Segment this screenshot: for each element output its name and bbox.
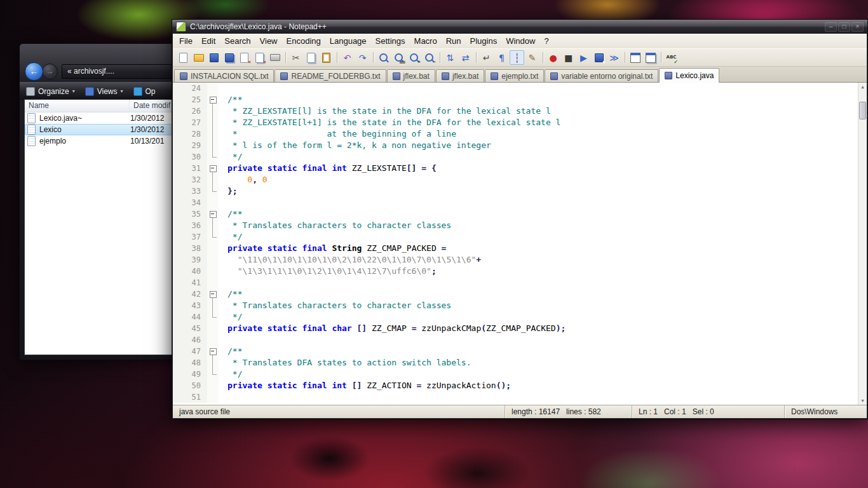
save-file-button[interactable] (207, 50, 221, 65)
code-line-24[interactable]: 24 (173, 83, 867, 94)
code-line-37[interactable]: 37 */ (173, 231, 867, 243)
code-line-34[interactable]: 34 (173, 197, 867, 208)
show-all-characters-button[interactable]: ¶ (494, 50, 509, 65)
menu-encoding[interactable]: Encoding (282, 34, 325, 48)
menu-plugins[interactable]: Plugins (466, 34, 502, 48)
close-file-button[interactable]: × (237, 50, 252, 65)
code-line-29[interactable]: 29 * l is of the form l = 2*k, k a non n… (173, 140, 867, 151)
notepadpp-titlebar[interactable]: C:\archivosjflex\Lexico.java - Notepad++… (172, 20, 867, 34)
stop-macro-button[interactable]: ■ (561, 50, 576, 65)
minimize-button[interactable]: – (825, 22, 837, 32)
code-line-50[interactable]: 50private static final int [] ZZ_ACTION … (173, 380, 867, 391)
code-line-28[interactable]: 28 * at the beginning of a line (173, 128, 867, 140)
code-line-31[interactable]: 31private static final int ZZ_LEXSTATE[]… (173, 163, 867, 174)
code-line-40[interactable]: 40 "\1\3\1\1\1\0\1\2\1\0\1\4\12\7\uffc6\… (173, 266, 867, 277)
tab-lexico-java[interactable]: Lexico.java (659, 68, 719, 83)
replace-button[interactable]: ab (391, 50, 406, 65)
menu-help[interactable]: ? (539, 34, 553, 48)
code-line-38[interactable]: 38private static final String ZZ_CMAP_PA… (173, 243, 867, 254)
code-line-39[interactable]: 39 "\11\0\1\10\1\10\1\0\2\10\22\0\1\10\7… (173, 254, 867, 266)
fold-margin (207, 83, 219, 94)
code-line-41[interactable]: 41 (173, 277, 867, 288)
scrollbar-thumb[interactable] (859, 102, 866, 119)
tab-readme-folderbg-txt[interactable]: README_FOLDERBG.txt (275, 69, 386, 82)
save-macro-button[interactable]: ▸ (592, 50, 606, 65)
show-indent-guide-button[interactable]: ┆ (510, 50, 524, 65)
fold-margin[interactable] (207, 288, 219, 300)
sync-vertical-scroll-button[interactable]: ⇅ (443, 50, 458, 65)
vertical-scrollbar[interactable]: ▲ ▼ (858, 83, 867, 405)
menu-macro[interactable]: Macro (410, 34, 442, 48)
code-line-49[interactable]: 49 */ (173, 369, 867, 380)
word-wrap-button[interactable]: ↵ (479, 50, 494, 65)
editor[interactable]: 2425/**26 * ZZ_LEXSTATE[l] is the state … (173, 83, 867, 405)
maximize-button[interactable]: □ (838, 22, 850, 32)
sync-horizontal-scroll-button[interactable]: ⇄ (458, 50, 473, 65)
tab-bar: INSTALACION SQL.txtREADME_FOLDERBG.txtjf… (173, 67, 867, 83)
function-list-button[interactable] (643, 50, 658, 65)
code-line-35[interactable]: 35/** (173, 208, 867, 220)
tab-jflex-bat[interactable]: jflex.bat (436, 69, 484, 82)
fold-margin[interactable] (207, 94, 219, 105)
doc-map-button[interactable] (628, 50, 642, 65)
code-line-27[interactable]: 27 * ZZ_LEXSTATE[l+1] is the state in th… (173, 117, 867, 128)
command-organize-button[interactable]: Organize▾ (26, 87, 75, 96)
menu-run[interactable]: Run (442, 34, 466, 48)
close-button[interactable]: × (851, 22, 864, 32)
menu-language[interactable]: Language (325, 34, 371, 48)
code-line-46[interactable]: 46 (173, 334, 867, 346)
save-all-button[interactable] (222, 50, 236, 65)
forward-button[interactable]: → (42, 64, 58, 79)
undo-button[interactable]: ↶ (340, 50, 355, 65)
tab-instalacion-sql-txt[interactable]: INSTALACION SQL.txt (174, 69, 274, 82)
menu-window[interactable]: Window (501, 34, 539, 48)
copy-button[interactable] (304, 50, 318, 65)
user-define-dialog-button[interactable]: ✎ (525, 50, 539, 65)
code-line-36[interactable]: 36 * Translates characters to character … (173, 220, 867, 231)
code-line-44[interactable]: 44 */ (173, 311, 867, 323)
spell-check-button[interactable]: ABC✓ (664, 50, 679, 65)
tab-variable-entorno-original-txt[interactable]: variable entorno original.txt (545, 69, 658, 82)
run-macro-multiple-button[interactable]: ≫ (607, 50, 621, 65)
play-macro-button[interactable]: ▶ (576, 50, 591, 65)
code-line-25[interactable]: 25/** (173, 94, 867, 105)
fold-margin[interactable] (207, 346, 219, 357)
zoom-in-button[interactable]: + (407, 50, 421, 65)
print-button[interactable] (268, 50, 282, 65)
code-line-47[interactable]: 47/** (173, 346, 867, 357)
new-file-button[interactable] (176, 50, 191, 65)
code-line-32[interactable]: 32 0, 0 (173, 174, 867, 186)
tab-jflex-bat[interactable]: jflex.bat (387, 69, 435, 82)
record-macro-button[interactable]: ● (546, 50, 560, 65)
code-line-48[interactable]: 48 * Translates DFA states to action swi… (173, 357, 867, 369)
scroll-down-arrow-icon[interactable]: ▼ (858, 396, 867, 405)
cut-button[interactable]: ✂ (288, 50, 303, 65)
close-all-button[interactable]: × (252, 50, 267, 65)
redo-button[interactable]: ↷ (355, 50, 370, 65)
menu-file[interactable]: File (175, 34, 197, 48)
command-views-button[interactable]: Views▾ (85, 87, 123, 96)
code-line-45[interactable]: 45private static final char [] ZZ_CMAP =… (173, 323, 867, 334)
tab-ejemplo-txt[interactable]: ejemplo.txt (485, 69, 544, 82)
zoom-out-button[interactable]: − (422, 50, 437, 65)
code-line-43[interactable]: 43 * Translates characters to character … (173, 300, 867, 311)
paste-button[interactable] (319, 50, 334, 65)
menu-view[interactable]: View (255, 34, 282, 48)
open-file-button[interactable] (191, 50, 206, 65)
fold-margin[interactable] (207, 208, 219, 220)
column-header-name[interactable]: Name (25, 100, 130, 112)
scroll-up-arrow-icon[interactable]: ▲ (858, 83, 867, 91)
command-op-button[interactable]: Op (133, 87, 156, 96)
code-line-33[interactable]: 33}; (173, 186, 867, 197)
code-line-42[interactable]: 42/** (173, 288, 867, 300)
status-eol-format[interactable]: Dos\Windows (784, 405, 867, 418)
back-button[interactable]: ← (25, 62, 43, 81)
code-line-26[interactable]: 26 * ZZ_LEXSTATE[l] is the state in the … (173, 105, 867, 117)
code-line-30[interactable]: 30 */ (173, 151, 867, 163)
menu-settings[interactable]: Settings (371, 34, 410, 48)
code-line-51[interactable]: 51 (173, 391, 867, 403)
find-button[interactable] (376, 50, 391, 65)
menu-search[interactable]: Search (220, 34, 255, 48)
menu-edit[interactable]: Edit (197, 34, 220, 48)
fold-margin[interactable] (207, 163, 219, 174)
